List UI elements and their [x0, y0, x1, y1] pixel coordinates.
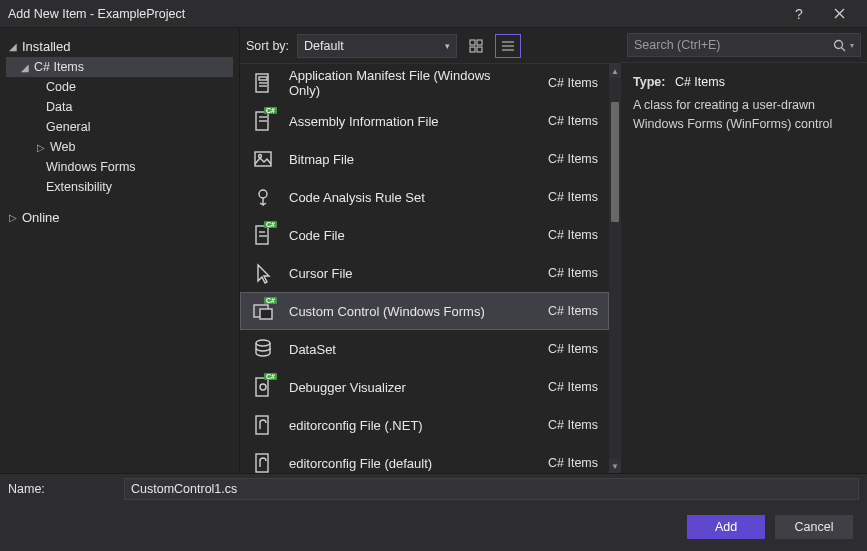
template-details: Type: C# Items A class for creating a us… — [621, 63, 867, 143]
template-item[interactable]: C# Code FileC# Items — [240, 216, 609, 254]
tree-csharp-items[interactable]: ◢ C# Items — [6, 57, 233, 77]
svg-rect-1 — [477, 40, 482, 45]
template-item[interactable]: Application Manifest File (Windows Only)… — [240, 64, 609, 102]
template-item[interactable]: Code Analysis Rule SetC# Items — [240, 178, 609, 216]
chevron-right-icon: ▷ — [8, 212, 18, 223]
scroll-up-button[interactable]: ▲ — [609, 64, 621, 78]
customcontrol-icon: C# — [249, 297, 277, 325]
titlebar: Add New Item - ExampleProject ? — [0, 0, 867, 28]
search-input[interactable] — [634, 38, 833, 52]
window-title: Add New Item - ExampleProject — [8, 7, 779, 21]
template-item[interactable]: Bitmap FileC# Items — [240, 140, 609, 178]
chevron-down-icon: ▾ — [445, 41, 450, 51]
svg-point-24 — [260, 384, 266, 390]
svg-point-22 — [256, 340, 270, 346]
svg-rect-8 — [259, 77, 267, 80]
dataset-icon — [249, 335, 277, 363]
sort-by-dropdown[interactable]: Default ▾ — [297, 34, 457, 58]
svg-rect-2 — [470, 47, 475, 52]
close-button[interactable] — [819, 0, 859, 28]
template-list-column: Sort by: Default ▾ Application Man — [240, 28, 621, 473]
template-item-category: C# Items — [532, 228, 598, 242]
scroll-thumb[interactable] — [611, 102, 619, 222]
cancel-button[interactable]: Cancel — [775, 515, 853, 539]
template-item[interactable]: C# Assembly Information FileC# Items — [240, 102, 609, 140]
template-item[interactable]: editorconfig File (.NET)C# Items — [240, 406, 609, 444]
search-dropdown-icon[interactable]: ▾ — [850, 41, 854, 50]
tree-online[interactable]: ▷ Online — [6, 207, 233, 228]
template-item-label: editorconfig File (default) — [289, 456, 520, 471]
manifest-icon — [249, 69, 277, 97]
tree-installed[interactable]: ◢ Installed — [6, 36, 233, 57]
tree-installed-label: Installed — [22, 39, 70, 54]
template-item-label: Code File — [289, 228, 520, 243]
list-toolbar: Sort by: Default ▾ — [240, 28, 621, 64]
content-area: ◢ Installed ◢ C# Items Code Data General… — [0, 28, 867, 473]
codefile-icon: C# — [249, 221, 277, 249]
view-large-icons-button[interactable] — [463, 34, 489, 58]
template-item-category: C# Items — [532, 304, 598, 318]
tree-web[interactable]: ▷ Web — [6, 137, 233, 157]
tree-code[interactable]: Code — [6, 77, 233, 97]
bitmap-icon — [249, 145, 277, 173]
template-item[interactable]: C# Debugger VisualizerC# Items — [240, 368, 609, 406]
details-type-label: Type: — [633, 75, 665, 89]
sort-by-value: Default — [304, 39, 344, 53]
tree-extensibility[interactable]: Extensibility — [6, 177, 233, 197]
template-item-category: C# Items — [532, 152, 598, 166]
close-icon — [834, 8, 845, 19]
svg-point-16 — [259, 190, 267, 198]
template-item-category: C# Items — [532, 266, 598, 280]
scrollbar-vertical[interactable]: ▲ ▼ — [609, 64, 621, 473]
template-item-category: C# Items — [532, 380, 598, 394]
template-item-category: C# Items — [532, 76, 598, 90]
add-button[interactable]: Add — [687, 515, 765, 539]
name-input[interactable] — [124, 478, 859, 500]
sort-by-label: Sort by: — [246, 39, 289, 53]
grid-icon — [469, 39, 483, 53]
help-button[interactable]: ? — [779, 0, 819, 28]
tree-data[interactable]: Data — [6, 97, 233, 117]
template-item-label: Application Manifest File (Windows Only) — [289, 68, 520, 98]
ruleset-icon — [249, 183, 277, 211]
svg-point-15 — [259, 155, 262, 158]
details-description: A class for creating a user-drawn Window… — [633, 96, 855, 134]
svg-rect-3 — [477, 47, 482, 52]
svg-rect-14 — [255, 152, 271, 166]
template-item-label: editorconfig File (.NET) — [289, 418, 520, 433]
template-item-category: C# Items — [532, 114, 598, 128]
assembly-icon: C# — [249, 107, 277, 135]
template-item[interactable]: C# Custom Control (Windows Forms)C# Item… — [240, 292, 609, 330]
scroll-down-button[interactable]: ▼ — [609, 459, 621, 473]
svg-rect-25 — [256, 416, 268, 434]
template-item-category: C# Items — [532, 342, 598, 356]
chevron-right-icon: ▷ — [36, 142, 46, 153]
template-item-label: Debugger Visualizer — [289, 380, 520, 395]
template-item-label: Code Analysis Rule Set — [289, 190, 520, 205]
template-item-category: C# Items — [532, 190, 598, 204]
template-item-category: C# Items — [532, 418, 598, 432]
template-item-label: Custom Control (Windows Forms) — [289, 304, 520, 319]
template-item-category: C# Items — [532, 456, 598, 470]
svg-rect-21 — [260, 309, 272, 319]
debugvis-icon: C# — [249, 373, 277, 401]
category-tree: ◢ Installed ◢ C# Items Code Data General… — [0, 28, 240, 473]
name-label: Name: — [8, 482, 112, 496]
view-list-button[interactable] — [495, 34, 521, 58]
search-box[interactable]: ▾ — [627, 33, 861, 57]
template-item[interactable]: DataSetC# Items — [240, 330, 609, 368]
template-item-label: Bitmap File — [289, 152, 520, 167]
cursor-icon — [249, 259, 277, 287]
details-column: ▾ Type: C# Items A class for creating a … — [621, 28, 867, 473]
scroll-track[interactable] — [609, 78, 621, 459]
list-icon — [501, 39, 515, 53]
name-bar: Name: — [0, 473, 867, 503]
chevron-down-icon: ◢ — [8, 41, 18, 52]
tree-general[interactable]: General — [6, 117, 233, 137]
template-item[interactable]: editorconfig File (default)C# Items — [240, 444, 609, 473]
svg-rect-26 — [256, 454, 268, 472]
svg-rect-17 — [256, 226, 268, 244]
template-item[interactable]: Cursor FileC# Items — [240, 254, 609, 292]
tree-winforms[interactable]: Windows Forms — [6, 157, 233, 177]
tree-online-label: Online — [22, 210, 60, 225]
